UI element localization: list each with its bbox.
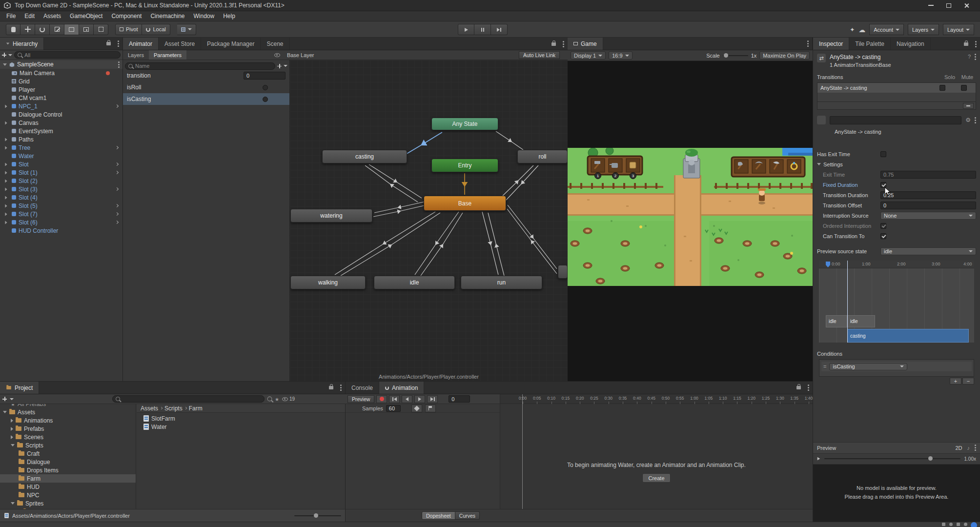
panel-menu-icon[interactable] [563, 43, 564, 45]
rect-tool-button[interactable] [64, 24, 79, 35]
prefab-open-icon[interactable] [115, 212, 119, 216]
animation-dopesheet-area[interactable]: To begin animating Water, create an Anim… [500, 404, 813, 509]
expand-icon[interactable] [11, 427, 13, 431]
hierarchy-item[interactable]: Slot (4) [0, 193, 122, 202]
condition-parameter-dropdown[interactable]: isCasting [829, 363, 907, 370]
state-bar-idle-2[interactable]: idle [847, 315, 875, 327]
favorite-search-icon[interactable] [275, 396, 279, 403]
add-event-button[interactable] [425, 405, 436, 412]
expand-icon[interactable] [5, 138, 7, 141]
breadcrumb-assets[interactable]: Assets [141, 405, 158, 412]
expand-icon[interactable] [5, 146, 7, 149]
animation-property-list[interactable] [346, 413, 500, 509]
transform-tool-button[interactable] [79, 24, 94, 35]
first-key-button[interactable] [389, 395, 400, 403]
prefab-open-icon[interactable] [115, 146, 119, 149]
window-tab[interactable]: Scene [261, 38, 289, 50]
record-button[interactable] [376, 395, 387, 403]
context-menu-icon[interactable] [975, 56, 976, 58]
expand-icon[interactable] [5, 196, 7, 199]
tree-item-scripts[interactable]: Scripts [0, 441, 136, 449]
hierarchy-item[interactable]: HUD Controller [0, 226, 122, 235]
tab-project[interactable]: Project [0, 382, 39, 394]
samples-field[interactable]: 60 [386, 405, 401, 412]
breadcrumb-scripts[interactable]: Scripts [164, 405, 183, 412]
window-tab[interactable]: Animator [123, 38, 159, 50]
collapse-icon[interactable] [3, 411, 7, 413]
parameter-value-field[interactable]: 0 [244, 72, 286, 80]
close-icon[interactable] [964, 3, 969, 8]
preview-play-icon[interactable] [817, 457, 820, 460]
step-button[interactable] [491, 24, 508, 35]
gear-icon[interactable]: ⚙ [965, 117, 971, 123]
layers-dropdown[interactable]: Layers [908, 24, 939, 35]
menu-item[interactable]: Edit [20, 11, 39, 21]
status-icon[interactable] [957, 523, 960, 526]
has-exit-time-checkbox[interactable] [880, 151, 886, 157]
window-tab[interactable]: Package Manager [201, 38, 261, 50]
playhead-line[interactable] [847, 261, 848, 343]
preview-toggle-button[interactable]: Preview [347, 395, 374, 403]
menu-item[interactable]: Component [107, 11, 146, 21]
preview-2d-toggle[interactable]: 2D [955, 445, 962, 451]
maximize-on-play-toggle[interactable]: Maximize On Play [759, 51, 810, 60]
add-keyframe-button[interactable] [411, 405, 422, 412]
exit-time-field[interactable]: 0.75 [880, 171, 976, 179]
rotate-tool-button[interactable] [35, 24, 50, 35]
parameter-search-input[interactable]: Name [125, 62, 275, 70]
tree-item-craft[interactable]: Craft [0, 449, 136, 458]
tree-item-assets[interactable]: Assets [0, 408, 136, 416]
display-dropdown[interactable]: Display 1 [571, 51, 606, 60]
preview-speed-knob[interactable] [928, 456, 933, 461]
state-node-entry[interactable]: Entry [431, 159, 498, 172]
create-asset-icon[interactable] [2, 397, 7, 401]
create-object-icon[interactable] [2, 53, 6, 57]
playhead-marker[interactable] [826, 262, 830, 267]
panel-menu-icon[interactable] [975, 43, 977, 45]
menu-item[interactable]: GameObject [65, 11, 107, 21]
chevron-down-icon[interactable] [284, 65, 287, 67]
transition-offset-field[interactable]: 0 [880, 202, 976, 209]
preview-area[interactable]: No model is available for preview. Pleas… [813, 465, 980, 522]
settings-foldout[interactable]: Settings [813, 159, 980, 169]
transition-list-item[interactable]: AnyState -> casting [817, 83, 976, 93]
hierarchy-item[interactable]: Canvas [0, 119, 122, 127]
game-viewport[interactable]: 1 2 3 [568, 61, 813, 381]
tab-hierarchy[interactable]: Hierarchy [0, 38, 44, 50]
menu-item[interactable]: Window [189, 11, 219, 21]
tab-game[interactable]: Game [568, 38, 603, 50]
parameter-bool-toggle[interactable] [263, 97, 268, 102]
prefab-open-icon[interactable] [115, 204, 119, 207]
remove-condition-button[interactable]: − [962, 378, 974, 385]
search-by-type-icon[interactable] [267, 397, 272, 402]
preview-audio-icon[interactable]: ♪ [967, 445, 970, 451]
state-bar-casting[interactable]: casting [847, 329, 969, 343]
minimize-icon[interactable] [928, 5, 934, 6]
expand-icon[interactable] [5, 104, 7, 108]
hierarchy-item[interactable]: Slot (1) [0, 168, 122, 177]
hierarchy-item[interactable]: NPC_1 [0, 102, 122, 110]
scale-tool-button[interactable] [50, 24, 64, 35]
state-node-partial[interactable] [558, 265, 568, 279]
pause-button[interactable] [474, 24, 491, 35]
prefab-open-icon[interactable] [115, 104, 119, 108]
local-toggle-button[interactable]: Local [142, 24, 170, 35]
hierarchy-item[interactable]: Dialogue Control [0, 110, 122, 119]
file-item[interactable]: SlotFarm [137, 414, 345, 423]
expand-icon[interactable] [5, 179, 7, 182]
transition-timeline[interactable]: 0:00 1:00 2:00 3:00 4:00 idle idle casti… [819, 261, 974, 343]
pivot-toggle-button[interactable]: Pivot [115, 24, 142, 35]
context-menu-icon[interactable] [975, 120, 976, 121]
preview-header[interactable]: Preview 2D ♪ [813, 442, 980, 454]
lock-icon[interactable] [964, 42, 968, 46]
scene-menu-icon[interactable] [118, 64, 120, 65]
solo-checkbox[interactable] [939, 85, 945, 91]
hierarchy-search-input[interactable]: All [14, 51, 121, 59]
add-condition-button[interactable]: + [950, 378, 961, 385]
parameter-row-selected[interactable]: isCasting [123, 93, 289, 105]
tab-animation[interactable]: Animation [379, 382, 424, 394]
prefab-open-icon[interactable] [115, 221, 119, 224]
interruption-source-dropdown[interactable]: None [880, 212, 976, 220]
progress-indicator[interactable] [971, 522, 977, 527]
custom-tool-button[interactable] [94, 24, 108, 35]
